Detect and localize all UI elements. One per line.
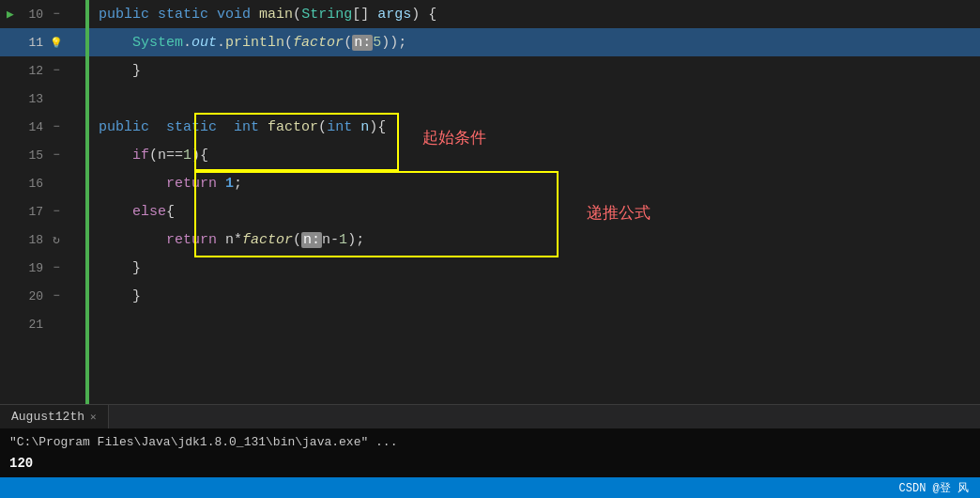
code-line-21 — [99, 310, 980, 338]
gutter-row-20: 20 − — [0, 282, 89, 310]
bottom-bar: CSDN @登 风 — [0, 477, 980, 498]
terminal-tab[interactable]: August12th ✕ — [0, 405, 109, 428]
line-number: 10 — [21, 8, 47, 22]
line-number-14: 14 — [21, 120, 47, 134]
gutter-row-14: 14 − — [0, 113, 89, 141]
refresh-icon[interactable]: ↻ — [53, 232, 60, 247]
collapse-icon-14[interactable]: − — [53, 120, 59, 133]
annotation-duitui: 递推公式 — [587, 202, 651, 224]
collapse-icon-12[interactable]: − — [53, 64, 59, 77]
play-icon[interactable]: ▶ — [7, 7, 14, 22]
terminal-tab-close[interactable]: ✕ — [90, 411, 97, 423]
editor-area: ▶ 10 − 11 💡 12 − — [0, 0, 980, 404]
gutter-row-21: 21 — [0, 310, 89, 338]
line-number-16: 16 — [21, 177, 47, 191]
brand-text: CSDN @登 风 — [899, 480, 969, 496]
collapse-icon-20[interactable]: − — [53, 289, 59, 303]
collapse-icon-19[interactable]: − — [53, 261, 59, 274]
line-number-12: 12 — [21, 64, 47, 78]
terminal-area: "C:\Program Files\Java\jdk1.8.0_131\bin\… — [0, 428, 980, 477]
code-line-17: else{ — [99, 197, 980, 226]
line-number-18: 18 — [21, 233, 47, 247]
gutter-row-13: 13 — [0, 85, 89, 113]
code-line-19: } — [99, 254, 980, 282]
terminal-tab-label: August12th — [11, 410, 84, 424]
terminal-output: 120 — [9, 453, 971, 474]
gutter: ▶ 10 − 11 💡 12 − — [0, 0, 89, 404]
gutter-row-17: 17 − — [0, 197, 89, 226]
line-number-15: 15 — [21, 148, 47, 163]
code-line-14: public static int factor(int n){ — [99, 113, 980, 141]
code-line-20: } — [99, 282, 980, 310]
collapse-icon-17[interactable]: − — [53, 205, 59, 218]
gutter-row-19: 19 − — [0, 254, 89, 282]
line-number-21: 21 — [21, 318, 47, 332]
collapse-icon-15[interactable]: − — [53, 148, 59, 162]
terminal-command: "C:\Program Files\Java\jdk1.8.0_131\bin\… — [9, 432, 971, 453]
gutter-row-11: 11 💡 — [0, 28, 89, 56]
code-line-12: } — [99, 56, 980, 85]
gutter-row-10: ▶ 10 − — [0, 0, 89, 28]
terminal-tab-bar: August12th ✕ — [0, 404, 980, 428]
code-line-10: public static void main(String[] args) { — [99, 0, 980, 28]
annotation-qishi: 起始条件 — [422, 127, 486, 148]
line-number-20: 20 — [21, 289, 47, 303]
code-line-18: return n*factor(n:n-1); — [99, 226, 980, 254]
gutter-row-18: 18 ↻ — [0, 226, 89, 254]
gutter-row-12: 12 − — [0, 56, 89, 85]
code-line-11: System.out.println(factor(n:5)); — [89, 28, 980, 56]
line-number-17: 17 — [21, 205, 47, 219]
gutter-row-16: 16 — [0, 169, 89, 197]
code-line-13 — [99, 85, 980, 113]
code-line-16: return 1; — [99, 169, 980, 197]
lightbulb-icon[interactable]: 💡 — [50, 37, 63, 49]
gutter-row-15: 15 − — [0, 141, 89, 169]
line-number-19: 19 — [21, 261, 47, 275]
code-line-15: if(n==1){ — [99, 141, 980, 169]
code-content: public static void main(String[] args) {… — [89, 0, 980, 404]
collapse-icon-10[interactable]: − — [53, 8, 59, 21]
line-number-11: 11 — [21, 36, 47, 50]
line-number-13: 13 — [21, 92, 47, 106]
